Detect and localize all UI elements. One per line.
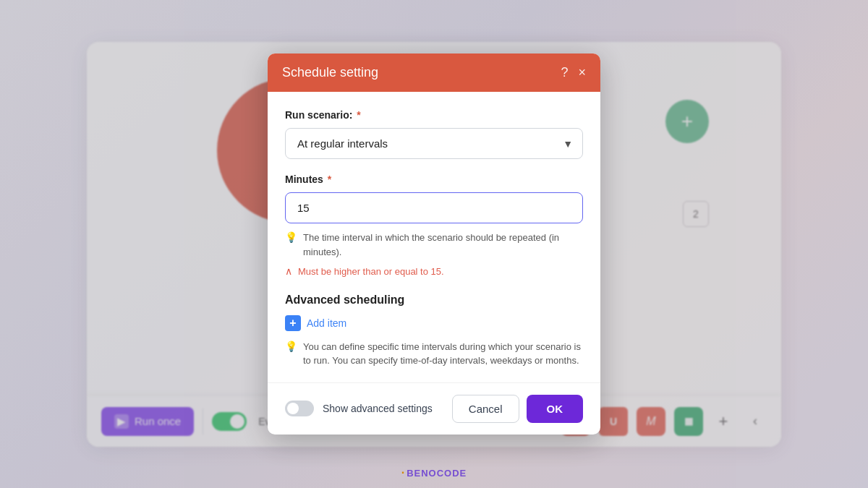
add-item-label: Add item [307, 317, 346, 329]
schedule-setting-modal: Schedule setting ? × Run scenario: * At … [268, 53, 600, 435]
run-scenario-select[interactable]: At regular intervals At a specific time … [285, 128, 583, 159]
modal-header: Schedule setting ? × [268, 53, 600, 92]
minutes-input[interactable] [285, 192, 583, 223]
help-button[interactable]: ? [561, 65, 568, 80]
modal-title: Schedule setting [282, 65, 378, 80]
minutes-hint-row: 💡 The time interval in which the scenari… [285, 231, 583, 259]
cancel-button[interactable]: Cancel [452, 395, 519, 423]
close-button[interactable]: × [578, 65, 586, 80]
add-item-icon: + [285, 315, 301, 331]
minutes-label: Minutes * [285, 174, 583, 185]
show-advanced-label: Show advanced settings [323, 403, 433, 414]
run-scenario-label: Run scenario: * [285, 109, 583, 121]
advanced-scheduling-title: Advanced scheduling [285, 294, 583, 307]
minutes-required: * [328, 174, 331, 185]
run-scenario-required: * [357, 109, 360, 121]
advanced-bulb-icon: 💡 [285, 341, 297, 352]
advanced-hint-row: 💡 You can define specific time intervals… [285, 340, 583, 368]
modal-overlay: Schedule setting ? × Run scenario: * At … [0, 0, 868, 488]
minutes-hint-text: The time interval in which the scenario … [303, 231, 583, 259]
warning-text: Must be higher than or equal to 15. [298, 265, 444, 279]
ok-button[interactable]: OK [527, 395, 584, 423]
footer-buttons: Cancel OK [452, 395, 583, 423]
warning-row: ∧ Must be higher than or equal to 15. [285, 265, 583, 279]
show-advanced-row: Show advanced settings [285, 401, 433, 416]
modal-header-actions: ? × [561, 65, 586, 80]
advanced-hint-text: You can define specific time intervals d… [303, 340, 583, 368]
add-item-row[interactable]: + Add item [285, 315, 583, 331]
warning-chevron-icon: ∧ [285, 265, 292, 277]
hint-bulb-icon: 💡 [285, 231, 297, 243]
modal-body: Run scenario: * At regular intervals At … [268, 92, 600, 382]
show-advanced-toggle[interactable] [285, 401, 314, 416]
modal-footer: Show advanced settings Cancel OK [268, 382, 600, 435]
run-scenario-select-wrapper: At regular intervals At a specific time … [285, 128, 583, 159]
